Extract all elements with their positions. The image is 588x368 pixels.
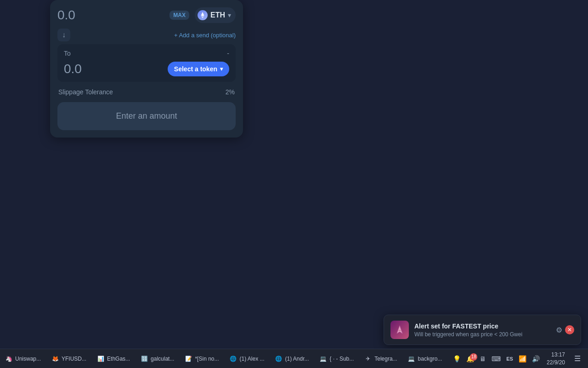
system-clock: 13:17 22/9/20 — [544, 351, 568, 367]
to-section: To - 0.0 Select a token ▾ — [57, 44, 236, 82]
taskbar-item-background-label: backgro... — [418, 356, 442, 362]
taskbar-item-telegram-label: Telegra... — [374, 356, 397, 362]
telegram-icon: ✈ — [364, 355, 372, 363]
notification-area: 🔔 18 — [465, 355, 475, 362]
taskbar-item-telegram[interactable]: ✈ Telegra... — [359, 349, 401, 368]
tray-bulb-icon[interactable]: 💡 — [452, 355, 462, 362]
select-token-chevron-icon: ▾ — [220, 66, 223, 72]
sinno-icon: 📝 — [184, 355, 192, 363]
tray-volume-icon[interactable]: 🔊 — [531, 355, 541, 362]
from-row: MAX ETH ▾ — [57, 7, 236, 23]
taskbar-item-calc-label: galculat... — [151, 356, 174, 362]
toast-subtitle: Will be triggered when gas price < 200 G… — [414, 331, 550, 338]
taskbar-item-uniswap-label: Uniswap... — [15, 356, 41, 362]
select-token-button[interactable]: Select a token ▾ — [168, 62, 229, 76]
sub-icon: 💻 — [319, 355, 328, 363]
notification-toast: Alert set for FASTEST price Will be trig… — [384, 315, 581, 345]
to-dash: - — [227, 50, 229, 57]
to-header: To - — [64, 50, 229, 57]
eth-icon — [198, 10, 208, 20]
taskbar-left: 🦄 Uniswap... 🦊 YFIUSD... 📊 EthGas... 🔢 g… — [0, 349, 447, 368]
taskbar-item-alex[interactable]: 🌐 (1) Alex ... — [224, 349, 269, 368]
toast-actions: ⚙ ✕ — [556, 325, 574, 334]
taskbar-item-ethgas-label: EthGas... — [107, 356, 130, 362]
taskbar-item-yfiusd-label: YFIUSD... — [62, 356, 86, 362]
ethgas-icon: 📊 — [96, 355, 105, 363]
slippage-value: 2% — [226, 88, 235, 96]
calc-icon: 🔢 — [140, 355, 148, 363]
toast-settings-button[interactable]: ⚙ — [556, 326, 562, 334]
tray-keyboard-icon[interactable]: ⌨ — [490, 355, 502, 362]
uniswap-icon: 🦄 — [5, 355, 13, 363]
swap-divider: ↓ + Add a send (optional) — [57, 28, 236, 42]
toast-close-button[interactable]: ✕ — [565, 325, 574, 334]
enter-amount-button[interactable]: Enter an amount — [57, 102, 236, 130]
taskbar-item-yfiusd[interactable]: 🦊 YFIUSD... — [46, 349, 91, 368]
alex-icon: 🌐 — [229, 355, 237, 363]
eth-token-selector[interactable]: ETH ▾ — [195, 7, 236, 23]
taskbar-item-uniswap[interactable]: 🦄 Uniswap... — [0, 349, 45, 368]
max-button[interactable]: MAX — [170, 11, 189, 20]
taskbar-item-android[interactable]: 🌐 (1) Andr... — [270, 349, 314, 368]
taskbar-item-android-label: (1) Andr... — [285, 356, 309, 362]
tray-monitor-icon[interactable]: 🖥 — [478, 355, 487, 362]
taskbar-item-background[interactable]: 💻 backgro... — [403, 349, 447, 368]
notification-badge: 18 — [470, 353, 477, 361]
taskbar-item-alex-label: (1) Alex ... — [239, 356, 264, 362]
slippage-row: Slippage Tolerance 2% — [57, 86, 236, 98]
clock-date: 22/9/20 — [547, 359, 565, 367]
taskbar-right: 💡 🔔 18 🖥 ⌨ ES 📶 🔊 13:17 22/9/20 ☰ — [452, 349, 588, 368]
toast-content: Alert set for FASTEST price Will be trig… — [414, 322, 550, 338]
select-token-label: Select a token — [174, 65, 217, 73]
add-send-button[interactable]: + Add a send (optional) — [174, 32, 236, 39]
background-icon: 💻 — [407, 355, 416, 363]
toast-logo — [390, 321, 409, 339]
taskbar-item-calc[interactable]: 🔢 galculat... — [136, 349, 179, 368]
tray-lang-icon[interactable]: ES — [505, 356, 514, 362]
eth-token-name: ETH — [210, 11, 225, 19]
clock-time: 13:17 — [547, 351, 565, 359]
android-icon: 🌐 — [275, 355, 283, 363]
taskbar: 🦄 Uniswap... 🦊 YFIUSD... 📊 EthGas... 🔢 g… — [0, 349, 588, 368]
to-amount-value: 0.0 — [64, 62, 82, 76]
from-amount-input[interactable] — [57, 8, 140, 23]
toast-title: Alert set for FASTEST price — [414, 322, 550, 330]
taskbar-item-sub[interactable]: 💻 { · - Sub... — [315, 349, 359, 368]
swap-card: MAX ETH ▾ ↓ + Add a send (optional) To - — [50, 0, 243, 138]
taskbar-menu-button[interactable]: ☰ — [571, 349, 584, 368]
slippage-label: Slippage Tolerance — [58, 88, 113, 96]
taskbar-item-ethgas[interactable]: 📊 EthGas... — [92, 349, 135, 368]
yfiusd-icon: 🦊 — [51, 355, 59, 363]
swap-arrow-button[interactable]: ↓ — [57, 29, 70, 41]
eth-chevron-icon: ▾ — [228, 12, 231, 19]
tray-wifi-icon[interactable]: 📶 — [517, 355, 528, 362]
to-label: To — [64, 50, 71, 57]
taskbar-item-sub-label: { · - Sub... — [330, 356, 354, 362]
taskbar-item-sinno-label: *[Sin no... — [195, 356, 219, 362]
taskbar-item-sinno[interactable]: 📝 *[Sin no... — [180, 349, 223, 368]
to-amount-row: 0.0 Select a token ▾ — [64, 62, 229, 76]
